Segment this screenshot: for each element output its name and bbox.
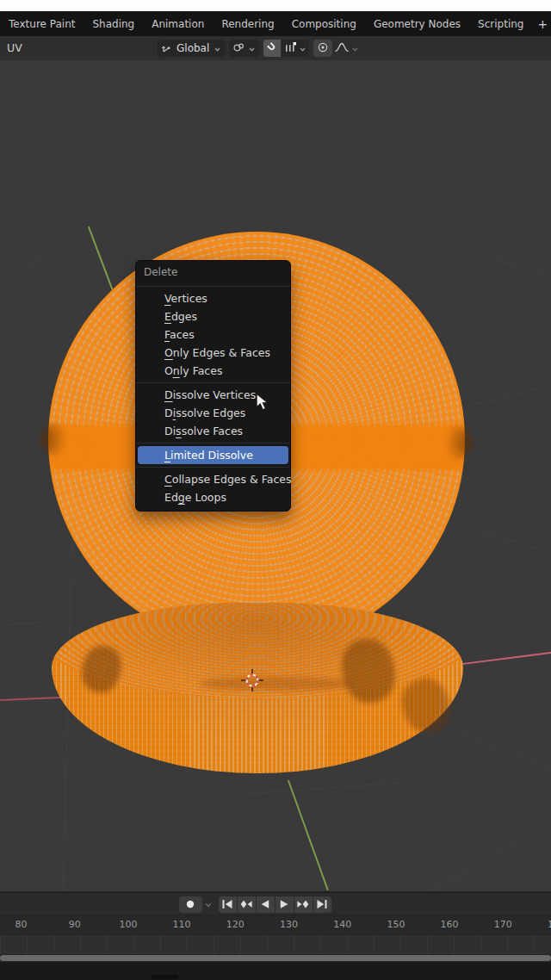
menu-item[interactable]: Faces bbox=[136, 326, 290, 344]
auto-keying-group bbox=[179, 896, 213, 913]
proportional-group bbox=[313, 40, 359, 57]
menu-item[interactable]: Dissolve Faces bbox=[136, 422, 290, 440]
frame-tick-label: 80 bbox=[15, 919, 28, 930]
playback-controls bbox=[0, 893, 530, 915]
y-axis-line bbox=[288, 779, 328, 890]
play-reverse-button[interactable] bbox=[257, 896, 275, 913]
scrollbar-thumb[interactable] bbox=[0, 955, 551, 961]
frame-tick-label: 170 bbox=[494, 919, 512, 930]
frame-tick-label: 180 bbox=[548, 919, 551, 930]
menu-separator bbox=[136, 443, 290, 443]
jump-to-end-button[interactable] bbox=[313, 896, 331, 913]
viewport-header-toolbar: UV Global bbox=[0, 36, 551, 60]
timeline-playbar bbox=[0, 892, 551, 915]
chevron-down-icon bbox=[299, 40, 306, 57]
chevron-down-icon bbox=[214, 40, 221, 57]
menu-item[interactable]: Vertices bbox=[136, 289, 290, 307]
grid-line bbox=[474, 528, 551, 554]
chevron-down-icon[interactable] bbox=[204, 896, 213, 913]
transport-buttons bbox=[219, 896, 331, 913]
snap-target-dropdown[interactable] bbox=[229, 40, 259, 57]
play-icon bbox=[277, 899, 291, 909]
jump-to-start-button[interactable] bbox=[219, 896, 237, 913]
next-keyframe-button[interactable] bbox=[294, 896, 313, 913]
bottom-strip bbox=[0, 962, 551, 980]
menu-item[interactable]: Edge Loops bbox=[136, 488, 290, 506]
proportional-editing-toggle[interactable] bbox=[313, 40, 332, 57]
frame-tick-label: 150 bbox=[387, 919, 405, 930]
grid-line bbox=[493, 258, 549, 274]
transform-orientation-dropdown[interactable]: Global bbox=[158, 40, 225, 57]
y-axis-line bbox=[88, 226, 113, 289]
orientation-axes-icon bbox=[161, 40, 172, 57]
add-workspace-button[interactable]: + bbox=[537, 17, 548, 31]
top-margin bbox=[0, 0, 551, 11]
grid-line bbox=[15, 241, 63, 278]
menu-item[interactable]: Limited Dissolve bbox=[138, 446, 288, 464]
play-reverse-icon bbox=[258, 899, 272, 909]
frame-tick-label: 130 bbox=[280, 919, 298, 930]
grid-line bbox=[241, 782, 405, 795]
menu-item[interactable]: Only Edges & Faces bbox=[136, 344, 290, 362]
grid-line bbox=[472, 385, 551, 406]
editor-mode-label: UV bbox=[7, 41, 22, 54]
bottom-panel-nub bbox=[151, 975, 178, 979]
workspace-tab[interactable]: Shading bbox=[92, 18, 134, 30]
snap-increment-icon bbox=[284, 40, 297, 57]
frame-tick-label: 120 bbox=[226, 919, 245, 930]
snap-target-icon bbox=[232, 40, 245, 57]
frame-tick-label: 140 bbox=[333, 919, 351, 930]
frame-tick-label: 100 bbox=[119, 919, 137, 930]
base-step-shadow bbox=[200, 677, 355, 691]
jump-to-end-icon bbox=[315, 899, 329, 909]
menu-separator bbox=[136, 382, 290, 383]
3d-cursor bbox=[240, 668, 264, 696]
prev-keyframe-icon bbox=[239, 899, 253, 909]
menu-item[interactable]: Collapse Edges & Faces bbox=[136, 470, 290, 488]
frame-tick-label: 110 bbox=[173, 919, 191, 930]
mouse-cursor-icon bbox=[255, 393, 272, 415]
orientation-value: Global bbox=[175, 42, 211, 54]
magnet-icon bbox=[266, 40, 278, 57]
menu-item[interactable]: Edges bbox=[136, 307, 290, 326]
menu-separator bbox=[136, 467, 290, 468]
blender-window: Texture PaintShadingAnimationRenderingCo… bbox=[0, 0, 551, 980]
delete-context-menu: Delete VerticesEdgesFacesOnly Edges & Fa… bbox=[135, 260, 291, 512]
jump-to-start-icon bbox=[220, 899, 234, 909]
workspace-tab[interactable]: Compositing bbox=[292, 18, 356, 30]
menu-item[interactable]: Only Faces bbox=[136, 362, 290, 380]
snap-with-dropdown[interactable] bbox=[282, 40, 309, 57]
sphere-notch-left bbox=[41, 422, 77, 456]
play-button[interactable] bbox=[276, 896, 294, 913]
grid-line bbox=[430, 822, 551, 892]
grid-line bbox=[0, 621, 50, 626]
grid-line bbox=[459, 732, 551, 769]
snap-magnet-toggle[interactable] bbox=[263, 40, 281, 57]
next-keyframe-icon bbox=[296, 899, 310, 909]
timeline-ruler[interactable]: 8090100110120130140150160170180 bbox=[0, 915, 551, 934]
proportional-editing-icon bbox=[317, 40, 329, 57]
workspace-tab[interactable]: Scripting bbox=[478, 18, 523, 30]
workspace-tabbar: Texture PaintShadingAnimationRenderingCo… bbox=[0, 11, 551, 36]
x-axis-line bbox=[462, 652, 551, 665]
sphere-notch-right bbox=[434, 425, 472, 460]
tool-widgets: Global bbox=[158, 40, 359, 57]
workspace-tab[interactable]: Rendering bbox=[221, 18, 274, 30]
auto-keying-record-button[interactable] bbox=[179, 896, 202, 913]
workspace-tab[interactable]: Animation bbox=[152, 18, 204, 30]
timeline-channel-area[interactable] bbox=[0, 934, 551, 954]
chevron-down-icon[interactable] bbox=[351, 40, 359, 57]
frame-tick-label: 160 bbox=[441, 919, 459, 930]
workspace-tab[interactable]: Geometry Nodes bbox=[374, 18, 461, 30]
chevron-down-icon bbox=[248, 40, 256, 57]
timeline-scrollbar[interactable] bbox=[0, 954, 551, 962]
falloff-curve-icon[interactable] bbox=[334, 40, 350, 57]
snap-group bbox=[263, 40, 309, 57]
frame-tick-label: 90 bbox=[69, 919, 81, 930]
menu-separator bbox=[136, 286, 290, 287]
prev-keyframe-button[interactable] bbox=[238, 896, 256, 913]
workspace-tab[interactable]: Texture Paint bbox=[9, 18, 75, 30]
menu-title: Delete bbox=[136, 261, 290, 283]
